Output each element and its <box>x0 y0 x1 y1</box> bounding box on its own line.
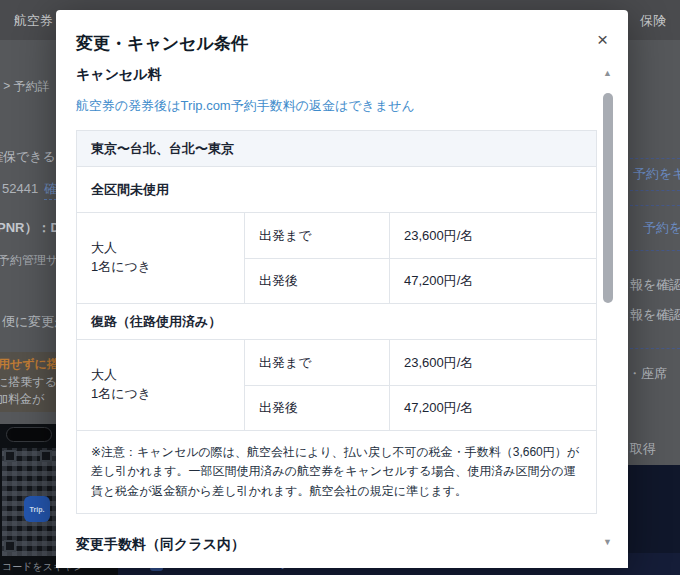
divider <box>630 348 680 349</box>
refund-info-text: 航空券の発券後はTrip.com予約手数料の返金はできません <box>76 97 597 115</box>
section-label-return: 復路（往路使用済み） <box>77 303 596 339</box>
timing-cell: 出発まで <box>244 340 389 385</box>
cancellation-fee-heading: キャンセル料 <box>76 66 597 84</box>
timing-cell: 出発後 <box>244 385 389 430</box>
fee-cell: 23,600円/名 <box>389 340 596 385</box>
booking-number-fragment: 52441 <box>2 181 38 196</box>
dialog-content: キャンセル料 航空券の発券後はTrip.com予約手数料の返金はできません 東京… <box>76 66 597 554</box>
change-fee-heading: 変更手数料（同クラス内） <box>76 536 597 554</box>
trip-logo: Trip. <box>24 496 50 522</box>
cancel-booking-button-fragment[interactable]: 予約をキ <box>633 165 680 183</box>
check-info-link-fragment[interactable]: 報を確認 <box>630 306 680 324</box>
fee-cell: 47,200円/名 <box>389 385 596 430</box>
phone-illustration <box>6 427 52 442</box>
fee-cell: 47,200円/名 <box>389 258 596 303</box>
route-header-row: 東京〜台北、台北〜東京 <box>77 131 596 166</box>
seat-link-fragment[interactable]: ・座席 <box>628 365 667 383</box>
scrollbar-thumb[interactable] <box>603 93 613 303</box>
fee-rows: 大人 1名につき 出発まで 23,600円/名 出発後 47,200円/名 <box>77 339 596 430</box>
get-link-fragment[interactable]: 取得 <box>630 440 656 458</box>
passenger-unit: 1名につき <box>91 258 151 277</box>
divider <box>630 158 680 159</box>
nav-item-insurance[interactable]: 保険 <box>640 12 666 30</box>
fee-rows: 大人 1名につき 出発まで 23,600円/名 出発後 47,200円/名 <box>77 212 596 303</box>
qr-finder-square <box>40 450 52 462</box>
booking-button-fragment[interactable]: 予約を <box>643 219 680 237</box>
scroll-down-icon[interactable]: ▼ <box>603 537 612 547</box>
divider <box>630 205 680 206</box>
divider <box>630 250 680 251</box>
check-info-link-fragment[interactable]: 報を確認 <box>630 276 680 294</box>
scroll-up-icon[interactable]: ▲ <box>603 68 612 78</box>
fee-cell: 23,600円/名 <box>389 213 596 258</box>
close-icon[interactable]: × <box>597 30 608 49</box>
qr-finder-square <box>4 540 16 552</box>
bg-text-fragment: 予約管理サ <box>0 252 58 269</box>
warning-text-line3: 加料金が <box>0 391 44 408</box>
cancellation-fee-table: 東京〜台北、台北〜東京 全区間未使用 大人 1名につき 出発まで 23,600円… <box>76 130 597 514</box>
passenger-cell: 大人 1名につき <box>77 213 244 303</box>
dialog-title: 変更・キャンセル条件 <box>76 32 248 55</box>
divider <box>630 190 680 191</box>
section-label-unused: 全区間未使用 <box>77 166 596 212</box>
timing-cell: 出発後 <box>244 258 389 303</box>
page: 航空券 + 保険 券 > 予約詳 確保できるよう 52441 確 （PNR）：D… <box>0 0 680 575</box>
passenger-unit: 1名につき <box>91 385 151 404</box>
breadcrumb: 券 > 予約詳 <box>0 78 50 95</box>
cancellation-note: ※注意：キャンセルの際は、航空会社により、払い戻し不可の税金・手数料（3,660… <box>77 430 596 513</box>
qr-finder-square <box>4 450 16 462</box>
warning-text-line2: に搭乗する <box>0 374 57 391</box>
timing-cell: 出発まで <box>244 213 389 258</box>
passenger-type: 大人 <box>91 239 117 258</box>
passenger-type: 大人 <box>91 366 117 385</box>
passenger-cell: 大人 1名につき <box>77 340 244 430</box>
change-cancel-conditions-dialog: 変更・キャンセル条件 × キャンセル料 航空券の発券後はTrip.com予約手数… <box>56 10 628 568</box>
